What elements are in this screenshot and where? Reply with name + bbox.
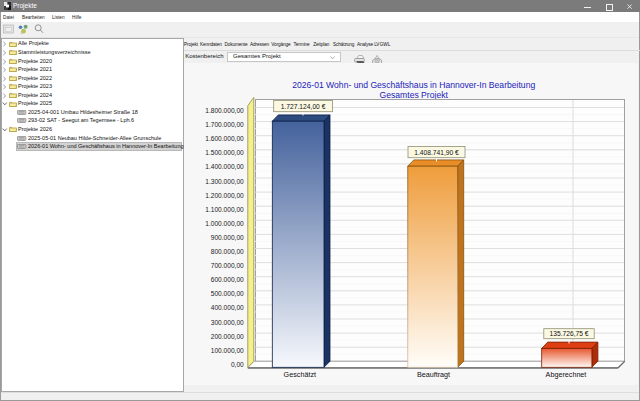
svg-text:1.600.000,00: 1.600.000,00 [205,135,244,142]
svg-text:700.000,00: 700.000,00 [211,262,244,269]
svg-text:1.000.000,00: 1.000.000,00 [205,220,244,227]
svg-text:Beauftragt: Beauftragt [417,370,450,379]
svg-text:500.000,00: 500.000,00 [211,290,244,297]
svg-text:Abgerechnet: Abgerechnet [546,370,587,379]
svg-text:100.000,00: 100.000,00 [211,347,244,354]
svg-text:1.800.000,00: 1.800.000,00 [205,107,244,114]
svg-text:900.000,00: 900.000,00 [211,234,244,241]
svg-text:300.000,00: 300.000,00 [211,319,244,326]
svg-text:1.100.000,00: 1.100.000,00 [205,206,244,213]
svg-text:1.500.000,00: 1.500.000,00 [205,149,244,156]
svg-text:Gesamtes Projekt: Gesamtes Projekt [380,90,449,100]
svg-text:1.727.124,00 €: 1.727.124,00 € [281,103,326,110]
svg-text:600.000,00: 600.000,00 [211,276,244,283]
svg-text:200.000,00: 200.000,00 [211,333,244,340]
svg-text:0,00: 0,00 [231,361,244,368]
svg-text:800.000,00: 800.000,00 [211,248,244,255]
svg-text:135.726,75 €: 135.726,75 € [549,330,588,337]
svg-text:1.700.000,00: 1.700.000,00 [205,121,244,128]
svg-text:1.200.000,00: 1.200.000,00 [205,192,244,199]
svg-text:1.408.741,90 €: 1.408.741,90 € [414,149,459,156]
svg-text:Geschätzt: Geschätzt [284,370,316,379]
svg-text:1.300.000,00: 1.300.000,00 [205,178,244,185]
svg-text:2026-01 Wohn- und Geschäftshau: 2026-01 Wohn- und Geschäftshaus in Hanno… [292,80,535,90]
svg-text:1.400.000,00: 1.400.000,00 [205,163,244,170]
svg-text:400.000,00: 400.000,00 [211,304,244,311]
